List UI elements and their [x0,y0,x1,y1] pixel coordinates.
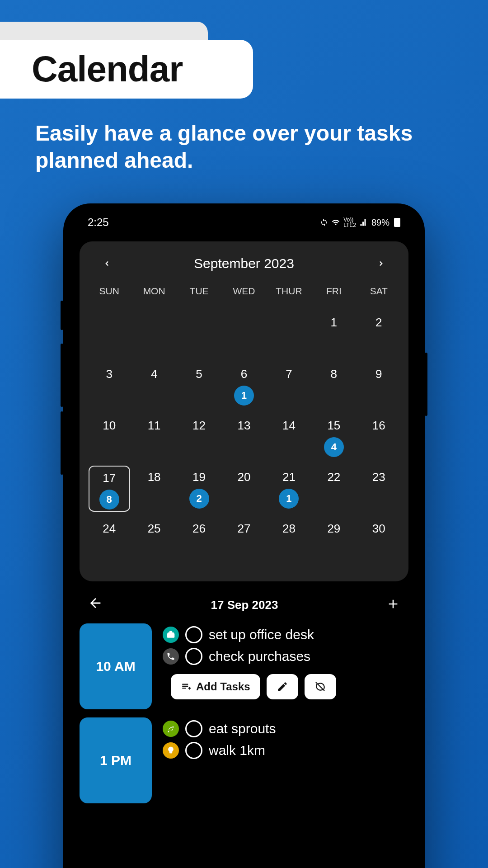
calendar-day-number: 21 [282,470,296,484]
calendar-day-number: 29 [327,522,340,536]
calendar-day[interactable]: 28 [267,512,311,563]
task-checkbox[interactable] [185,626,202,643]
next-month-button[interactable] [374,256,388,271]
task-row[interactable]: walk 1km [163,742,408,759]
status-bar: 2:25 Vo))LTE2 89% [71,212,417,233]
calendar-day-number: 9 [375,367,382,381]
edit-button[interactable] [267,674,298,699]
calendar-task-count-badge: 2 [189,489,209,509]
pencil-icon [277,681,288,693]
plus-icon [386,597,400,611]
calendar-day[interactable]: 4 [131,357,176,409]
task-row[interactable]: eat sprouts [163,720,408,737]
calendar-day[interactable]: 29 [311,512,356,563]
calendar-day-number: 3 [106,367,112,381]
add-tasks-button[interactable]: Add Tasks [171,674,260,699]
day-header: 17 Sep 2023 [71,581,417,623]
phone-frame: 2:25 Vo))LTE2 89% September 2023 [63,203,425,868]
calendar-day [177,306,221,357]
calendar-day-number: 6 [241,367,247,381]
time-block[interactable]: 1 PM [80,717,152,803]
calendar-day[interactable]: 3 [87,357,131,409]
month-label: September 2023 [194,256,294,271]
calendar-dow: MON [131,280,176,306]
calendar-dow: SUN [87,280,131,306]
calendar-day[interactable]: 5 [177,357,221,409]
calendar-day-number: 27 [238,522,251,536]
calendar-day[interactable]: 2 [357,306,401,357]
time-slots: 10 AMset up office deskcheck purchasesAd… [71,623,417,811]
calendar-day[interactable]: 26 [177,512,221,563]
calendar-day-number: 13 [238,419,251,433]
calendar-day [221,306,266,357]
calendar-day[interactable]: 23 [357,460,401,512]
calendar-day-number: 7 [286,367,292,381]
calendar-day[interactable]: 61 [221,357,266,409]
calendar-dow: FRI [311,280,356,306]
task-checkbox[interactable] [185,648,202,665]
calendar-day-number: 8 [331,367,337,381]
page-subtitle: Easily have a glance over your tasks pla… [35,120,461,174]
back-button[interactable] [88,595,103,615]
calendar-day[interactable]: 16 [357,409,401,460]
calendar-dow: WED [221,280,266,306]
calendar-day[interactable]: 9 [357,357,401,409]
leaf-icon [163,721,179,737]
task-checkbox[interactable] [185,720,202,737]
calendar-day[interactable]: 13 [221,409,266,460]
calendar-day[interactable]: 27 [221,512,266,563]
add-button[interactable] [386,595,400,615]
calendar-task-count-badge: 1 [234,386,254,406]
calendar-day[interactable]: 24 [87,512,131,563]
calendar-day[interactable]: 7 [267,357,311,409]
rotate-lock-icon [320,218,328,226]
task-row[interactable]: check purchases [163,648,408,665]
calendar-day[interactable]: 10 [87,409,131,460]
battery-percent: 89% [371,217,389,228]
slot-content: set up office deskcheck purchasesAdd Tas… [163,623,408,709]
task-row[interactable]: set up office desk [163,626,408,643]
marketing-header: Calendar [0,22,253,80]
task-checkbox[interactable] [185,742,202,759]
battery-icon [394,218,400,227]
calendar-day[interactable]: 11 [131,409,176,460]
calendar-day[interactable]: 20 [221,460,266,512]
calendar-day-number: 26 [192,522,206,536]
calendar-day[interactable]: 14 [267,409,311,460]
calendar-day-number: 4 [151,367,157,381]
calendar-day[interactable]: 25 [131,512,176,563]
calendar-day-number: 18 [148,470,161,484]
calendar-day[interactable]: 192 [177,460,221,512]
status-time: 2:25 [88,216,109,229]
prev-month-button[interactable] [100,256,114,271]
calendar-day[interactable]: 30 [357,512,401,563]
task-label: check purchases [209,649,310,664]
calendar-day-number: 24 [103,522,116,536]
calendar-day-number: 2 [375,316,382,330]
calendar-day[interactable]: 8 [311,357,356,409]
time-block[interactable]: 10 AM [80,623,152,709]
calendar-day [87,306,131,357]
alarm-off-button[interactable] [305,674,336,699]
calendar-dow: TUE [177,280,221,306]
calendar-day [131,306,176,357]
calendar-day-number: 17 [103,471,116,485]
calendar-day[interactable]: 22 [311,460,356,512]
calendar-day[interactable]: 12 [177,409,221,460]
calendar-day[interactable]: 18 [131,460,176,512]
calendar-day[interactable]: 211 [267,460,311,512]
calendar-day-number: 16 [372,419,385,433]
calendar-day-number: 25 [148,522,161,536]
calendar-grid: SUNMONTUEWEDTHURFRISAT123456178910111213… [87,280,401,563]
chevron-left-icon [103,259,111,268]
calendar-day-number: 14 [282,419,296,433]
chevron-right-icon [377,259,385,268]
calendar-day[interactable]: 1 [311,306,356,357]
calendar-card: September 2023 SUNMONTUEWEDTHURFRISAT123… [80,241,408,581]
tab-front: Calendar [0,40,253,99]
calendar-day[interactable]: 178 [87,460,131,512]
task-label: eat sprouts [209,721,276,736]
calendar-task-count-badge: 1 [279,489,299,509]
calendar-day[interactable]: 154 [311,409,356,460]
calendar-day-number: 28 [282,522,296,536]
